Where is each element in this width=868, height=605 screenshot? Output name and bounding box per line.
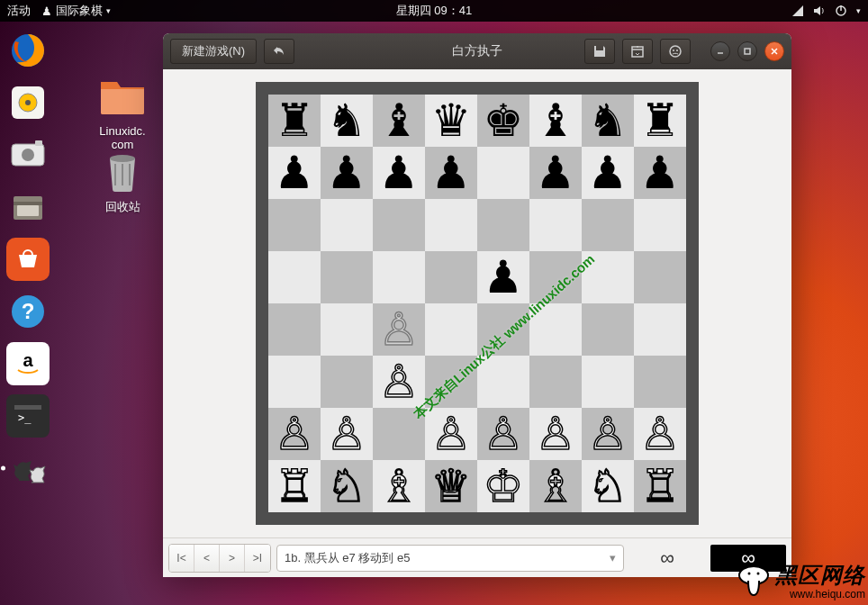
square-b7[interactable]: ♟ (321, 147, 373, 199)
nav-first-button[interactable]: I< (169, 545, 194, 572)
square-e1[interactable]: ♔ (477, 460, 529, 512)
maximize-button[interactable] (737, 41, 757, 61)
square-g4[interactable] (582, 303, 634, 356)
square-g3[interactable] (582, 356, 634, 408)
square-h5[interactable] (634, 251, 686, 303)
square-f2[interactable]: ♙ (529, 408, 582, 460)
chess-board[interactable]: 本文来自Linux公社 www.linuxidc.com ♜♞♝♛♚♝♞♜♟♟♟… (268, 95, 686, 512)
square-c7[interactable]: ♟ (373, 147, 425, 199)
square-c1[interactable]: ♗ (373, 460, 425, 512)
square-e4[interactable] (477, 303, 529, 356)
svg-point-5 (25, 100, 31, 105)
save-button[interactable] (584, 39, 615, 64)
chess-app-icon[interactable] (6, 447, 50, 490)
square-a5[interactable] (268, 251, 321, 303)
square-g1[interactable]: ♘ (582, 460, 634, 512)
square-f7[interactable]: ♟ (529, 147, 582, 199)
square-d1[interactable]: ♕ (425, 460, 477, 512)
square-h7[interactable]: ♟ (634, 147, 686, 199)
square-e2[interactable]: ♙ (477, 408, 529, 460)
amazon-icon[interactable]: a (6, 342, 50, 385)
square-f6[interactable] (529, 199, 582, 251)
square-d2[interactable]: ♙ (425, 408, 477, 460)
square-d8[interactable]: ♛ (425, 95, 477, 147)
square-b3[interactable] (321, 356, 373, 408)
square-d3[interactable] (425, 356, 477, 408)
square-e8[interactable]: ♚ (477, 95, 529, 147)
terminal-icon[interactable]: >_ (6, 394, 50, 438)
square-a4[interactable] (268, 303, 321, 356)
square-d5[interactable] (425, 251, 477, 303)
square-f5[interactable] (529, 251, 582, 303)
nav-last-button[interactable]: >I (245, 545, 270, 572)
square-c6[interactable] (373, 199, 425, 251)
square-c2[interactable] (373, 408, 425, 460)
square-a1[interactable]: ♖ (268, 460, 321, 512)
square-f4[interactable] (529, 303, 582, 356)
square-b5[interactable] (321, 251, 373, 303)
square-h1[interactable]: ♖ (634, 460, 686, 512)
power-icon[interactable] (835, 5, 847, 17)
software-icon[interactable] (6, 238, 50, 281)
square-e6[interactable] (477, 199, 529, 251)
new-game-button[interactable]: 新建游戏(N) (170, 39, 257, 64)
square-d7[interactable]: ♟ (425, 147, 477, 199)
close-button[interactable] (764, 41, 784, 61)
activities-button[interactable]: 活动 (7, 3, 31, 19)
square-h6[interactable] (634, 199, 686, 251)
minimize-button[interactable] (710, 41, 730, 61)
square-g5[interactable] (582, 251, 634, 303)
move-combobox[interactable]: 1b. 黑兵从 e7 移动到 e5 ▾ (276, 545, 624, 572)
square-g7[interactable]: ♟ (582, 147, 634, 199)
square-b6[interactable] (321, 199, 373, 251)
square-d6[interactable] (425, 199, 477, 251)
square-f8[interactable]: ♝ (529, 95, 582, 147)
files-icon[interactable] (6, 185, 50, 229)
square-b4[interactable] (321, 303, 373, 356)
square-h3[interactable] (634, 356, 686, 408)
rhythmbox-icon[interactable] (6, 81, 50, 124)
square-g2[interactable]: ♙ (582, 408, 634, 460)
square-a2[interactable]: ♙ (268, 408, 321, 460)
square-h4[interactable] (634, 303, 686, 356)
resign-button[interactable] (660, 39, 691, 64)
nav-prev-button[interactable]: < (194, 545, 220, 572)
clock-label[interactable]: 星期四 09：41 (396, 3, 473, 19)
square-h2[interactable]: ♙ (634, 408, 686, 460)
square-e3[interactable] (477, 356, 529, 408)
app-menu[interactable]: ♟ 国际象棋 ▾ (41, 3, 111, 19)
square-a7[interactable]: ♟ (268, 147, 321, 199)
desktop-folder-linuxidc[interactable]: Linuxidc. com (86, 72, 158, 151)
undo-button[interactable] (264, 39, 294, 64)
square-f3[interactable] (529, 356, 582, 408)
open-button[interactable] (622, 39, 653, 64)
square-g8[interactable]: ♞ (582, 95, 634, 147)
square-b8[interactable]: ♞ (321, 95, 373, 147)
square-c8[interactable]: ♝ (373, 95, 425, 147)
square-a6[interactable] (268, 199, 321, 251)
square-d4[interactable] (425, 303, 477, 356)
firefox-icon[interactable] (6, 29, 50, 72)
square-f1[interactable]: ♗ (529, 460, 582, 512)
square-a8[interactable]: ♜ (268, 95, 321, 147)
square-e7[interactable] (477, 147, 529, 199)
square-c3[interactable]: ♙ (373, 356, 425, 408)
square-g6[interactable] (582, 199, 634, 251)
volume-icon[interactable] (813, 5, 826, 17)
help-icon[interactable]: ? (6, 290, 50, 333)
square-e5[interactable]: ♟ (477, 251, 529, 303)
square-a3[interactable] (268, 356, 321, 408)
piece: ♙ (640, 411, 681, 456)
shotwell-icon[interactable] (6, 133, 50, 176)
square-h8[interactable]: ♜ (634, 95, 686, 147)
nav-buttons: I< < > >I (168, 544, 271, 573)
square-c5[interactable] (373, 251, 425, 303)
piece: ♛ (431, 98, 472, 143)
nav-next-button[interactable]: > (220, 545, 245, 572)
window-title: 白方执子 (452, 43, 502, 59)
square-b2[interactable]: ♙ (321, 408, 373, 460)
square-c4[interactable]: ♙ (373, 303, 425, 356)
square-b1[interactable]: ♘ (321, 460, 373, 512)
network-icon[interactable] (791, 5, 804, 17)
desktop-trash[interactable]: 回收站 (86, 147, 158, 215)
